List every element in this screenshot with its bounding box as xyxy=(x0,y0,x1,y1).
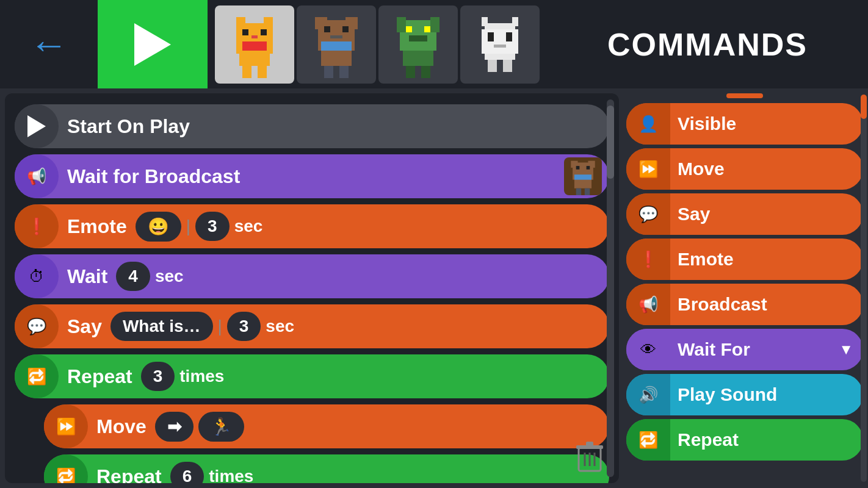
wait-for-broadcast-block[interactable]: 📢 Wait for Broadcast xyxy=(15,154,609,198)
right-scrollbar-thumb xyxy=(861,95,867,119)
trash-button[interactable] xyxy=(574,442,606,473)
play-triangle-icon xyxy=(27,115,46,137)
emote-value-pill[interactable]: 3 xyxy=(195,212,230,241)
say-unit: sec xyxy=(266,317,294,336)
repeat2-unit: times xyxy=(209,467,253,483)
emote-label: Emote xyxy=(59,215,136,238)
speech-icon: 💬 xyxy=(638,205,658,224)
right-scrollbar[interactable] xyxy=(861,95,867,482)
wait-block[interactable]: ⏱ Wait 4 sec xyxy=(15,254,609,298)
svg-rect-16 xyxy=(330,35,342,38)
svg-rect-9 xyxy=(258,66,267,78)
wait-value: 4 xyxy=(128,267,138,286)
svg-rect-23 xyxy=(424,26,430,32)
right-arrow-icon: ➡ xyxy=(167,417,181,437)
repeat2-value-pill[interactable]: 6 xyxy=(170,462,204,483)
eye-icon: 👁 xyxy=(640,340,656,359)
repeat1-label: Repeat xyxy=(59,365,141,388)
scroll-top-indicator xyxy=(726,93,763,98)
emote-block[interactable]: ❗ Emote 😀 | 3 sec xyxy=(15,204,609,248)
repeat-right-icon: 🔁 xyxy=(626,419,670,461)
say-right-label: Say xyxy=(670,204,863,224)
repeat2-block-wrapper: 🔁 Repeat 6 times xyxy=(44,454,609,483)
emote-emoji-pill[interactable]: 😀 xyxy=(136,212,181,242)
wait-for-label: Wait For xyxy=(670,339,839,360)
move-block-wrapper: ⏩ Move ➡ 🏃 xyxy=(44,404,609,448)
back-button[interactable]: ← xyxy=(0,0,98,88)
say-label: Say xyxy=(59,315,110,338)
wait-value-pill[interactable]: 4 xyxy=(116,262,150,291)
character-slot-2[interactable] xyxy=(297,5,376,84)
character-slot-1[interactable] xyxy=(215,5,294,84)
play-button[interactable] xyxy=(98,0,208,88)
svg-rect-30 xyxy=(482,29,518,54)
repeat-right-button[interactable]: 🔁 Repeat xyxy=(626,419,863,461)
broadcast-icon: 📢 xyxy=(15,154,59,198)
svg-rect-17 xyxy=(321,41,352,51)
svg-rect-32 xyxy=(506,32,512,41)
svg-rect-24 xyxy=(409,35,427,41)
move-block[interactable]: ⏩ Move ➡ 🏃 xyxy=(44,404,609,448)
repeat2-block[interactable]: 🔁 Repeat 6 times xyxy=(44,454,609,483)
repeat2-icon: 🔁 xyxy=(44,454,88,483)
svg-rect-28 xyxy=(421,66,430,78)
commands-panel: 👤 Visible ⏩ Move 💬 Say ❗ Emote xyxy=(624,88,868,488)
person-icon: 👤 xyxy=(638,115,658,134)
say-right-icon: 💬 xyxy=(626,193,670,235)
start-on-play-icon xyxy=(15,104,59,148)
move-right-button[interactable]: ⏩ Move xyxy=(626,148,863,190)
emote-right-button[interactable]: ❗ Emote xyxy=(626,239,863,280)
svg-rect-44 xyxy=(574,174,591,179)
broadcast-right-button[interactable]: 📢 Broadcast xyxy=(626,284,863,325)
speaker-icon: 🔊 xyxy=(638,386,658,404)
wait-broadcast-label: Wait for Broadcast xyxy=(59,165,248,188)
svg-rect-37 xyxy=(503,60,512,72)
svg-rect-18 xyxy=(324,66,333,78)
play-sound-button[interactable]: 🔊 Play Sound xyxy=(626,374,863,415)
repeat-right-label: Repeat xyxy=(670,429,863,450)
move-label: Move xyxy=(88,415,155,438)
pipe-2: | xyxy=(218,317,222,336)
repeat1-icon: 🔁 xyxy=(15,354,59,398)
svg-rect-27 xyxy=(406,66,415,78)
say-block[interactable]: 💬 Say What is… | 3 sec xyxy=(15,304,609,348)
repeat1-value-pill[interactable]: 3 xyxy=(141,362,175,391)
exclamation-right-icon: ❗ xyxy=(638,250,658,269)
start-on-play-block[interactable]: Start On Play xyxy=(15,104,609,148)
visible-label: Visible xyxy=(670,113,863,134)
repeat1-value: 3 xyxy=(153,367,163,386)
move-right-icon: ⏩ xyxy=(626,148,670,190)
say-text-pill[interactable]: What is… xyxy=(110,312,213,341)
svg-rect-22 xyxy=(406,26,412,32)
visible-button[interactable]: 👤 Visible xyxy=(626,103,863,145)
svg-rect-25 xyxy=(397,17,406,32)
svg-rect-19 xyxy=(339,66,349,78)
wait-for-button[interactable]: 👁 Wait For ▼ xyxy=(626,329,863,370)
emote-icon: ❗ xyxy=(15,204,59,248)
trash-icon xyxy=(576,442,603,473)
character-slot-3[interactable] xyxy=(378,5,458,84)
svg-rect-34 xyxy=(482,17,488,26)
move-character-pill[interactable]: 🏃 xyxy=(198,412,244,442)
character-icon: 🏃 xyxy=(211,417,232,437)
script-panel: Start On Play 📢 Wait for Broadcast xyxy=(5,93,619,483)
back-arrow-icon: ← xyxy=(29,22,68,67)
emote-value: 3 xyxy=(208,217,217,236)
move-direction-pill[interactable]: ➡ xyxy=(155,412,193,442)
script-scrollbar[interactable] xyxy=(607,99,614,477)
emote-right-icon: ❗ xyxy=(626,239,670,280)
svg-rect-3 xyxy=(264,17,273,26)
megaphone-right-icon: 📢 xyxy=(638,295,658,314)
character-slot-4[interactable] xyxy=(460,5,540,84)
svg-rect-7 xyxy=(242,41,267,51)
say-right-button[interactable]: 💬 Say xyxy=(626,193,863,235)
say-duration-pill[interactable]: 3 xyxy=(227,312,261,341)
svg-rect-6 xyxy=(251,35,258,38)
svg-rect-2 xyxy=(236,17,245,26)
svg-rect-42 xyxy=(576,166,580,170)
wait-for-icon: 👁 xyxy=(626,329,670,370)
page-title: COMMANDS xyxy=(547,26,868,63)
exclamation-icon: ❗ xyxy=(27,217,46,236)
play-icon xyxy=(134,23,171,66)
repeat1-block[interactable]: 🔁 Repeat 3 times xyxy=(15,354,609,398)
